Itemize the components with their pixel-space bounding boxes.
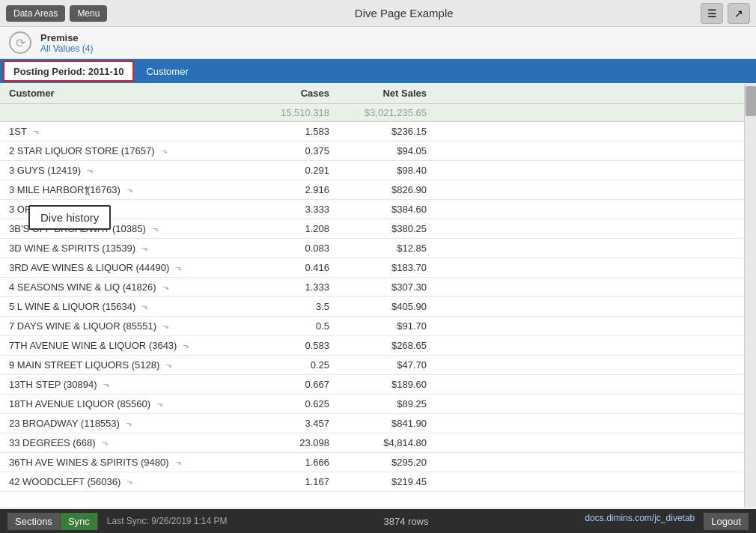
drill-icon: ⬎ <box>175 457 182 467</box>
table-row[interactable]: 33 DEGREES (668) ⬎ 23.098 $4,814.80 <box>0 433 756 453</box>
cell-netsales: $380.25 <box>344 223 442 234</box>
cell-cases: 23.098 <box>254 437 344 448</box>
cell-cases: 0.25 <box>254 359 344 371</box>
status-right: docs.dimins.com/jc_divetab Logout <box>585 513 749 530</box>
drill-icon: ⬎ <box>162 282 169 292</box>
cell-customer: 33 DEGREES (668) ⬎ <box>0 437 254 448</box>
drill-icon: ⬎ <box>126 418 132 428</box>
cell-customer: 3 MILE HARBOR (16763) ⬎ <box>0 184 254 195</box>
cell-netsales: $826.90 <box>344 184 442 195</box>
table-row[interactable]: 23 BROADWAY (118553) ⬎ 3.457 $841.90 <box>0 414 756 433</box>
cell-customer: 3 OF CUPS (4988) ⬎ <box>0 204 254 215</box>
cell-cases: 3.333 <box>254 204 344 215</box>
table-row[interactable]: 1ST ⬎ 1.583 $236.15 <box>0 122 756 141</box>
cell-customer: 4 SEASONS WINE & LIQ (41826) ⬎ <box>0 281 254 293</box>
table-row[interactable]: 3 OF CUPS (4988) ⬎ 3.333 $384.60 <box>0 200 756 219</box>
cell-netsales: $94.05 <box>344 145 442 156</box>
table-container: ↑ Dive history Customer Cases Net Sales … <box>0 83 756 507</box>
cell-cases: 3.457 <box>254 418 344 429</box>
cell-cases: 1.333 <box>254 281 344 293</box>
cell-cases: 1.167 <box>254 476 344 487</box>
drill-icon: ⬎ <box>33 127 40 136</box>
total-cases: 15,510.318 <box>254 107 344 118</box>
cell-customer: 23 BROADWAY (118553) ⬎ <box>0 418 254 429</box>
menu-button[interactable]: Menu <box>70 5 107 22</box>
cell-cases: 0.625 <box>254 398 344 409</box>
table-row[interactable]: 3B'S OFF BROADWAY (10385) ⬎ 1.208 $380.2… <box>0 219 756 239</box>
drill-icon: ⬎ <box>156 399 163 409</box>
table-row[interactable]: 3RD AVE WINES & LIQUOR (44490) ⬎ 0.416 $… <box>0 258 756 278</box>
cell-netsales: $183.70 <box>344 262 442 273</box>
totals-row: 15,510.318 $3,021,235.65 <box>0 104 756 122</box>
table-row[interactable]: 7 DAYS WINE & LIQUOR (85551) ⬎ 0.5 $91.7… <box>0 317 756 336</box>
drill-icon: ⬎ <box>162 321 169 331</box>
drill-icon: ⬎ <box>183 341 189 350</box>
cell-customer: 7TH AVENUE WINE & LIQUOR (3643) ⬎ <box>0 340 254 351</box>
cell-netsales: $4,814.80 <box>344 437 442 448</box>
premise-label: Premise <box>40 32 93 43</box>
table-row[interactable]: 4 SEASONS WINE & LIQ (41826) ⬎ 1.333 $30… <box>0 278 756 297</box>
top-right-buttons: ☰ ↗ <box>701 3 750 24</box>
cell-netsales: $841.90 <box>344 418 442 429</box>
drill-icon: ⬎ <box>175 263 182 272</box>
table-row[interactable]: 3 GUYS (12419) ⬎ 0.291 $98.40 <box>0 161 756 180</box>
cell-cases: 0.375 <box>254 145 344 156</box>
col-netsales-header: Net Sales <box>344 88 442 99</box>
table-row[interactable]: 2 STAR LIQUOR STORE (17657) ⬎ 0.375 $94.… <box>0 141 756 161</box>
top-bar: Data Areas Menu Dive Page Example ☰ ↗ <box>0 0 756 27</box>
sync-button[interactable]: Sync <box>61 513 98 530</box>
tab-posting-period[interactable]: Posting Period: 2011-10 <box>3 61 134 82</box>
logout-button[interactable]: Logout <box>704 513 749 530</box>
table-row[interactable]: 7TH AVENUE WINE & LIQUOR (3643) ⬎ 0.583 … <box>0 336 756 356</box>
table-row[interactable]: 3 MILE HARBOR (16763) ⬎ 2.916 $826.90 <box>0 180 756 200</box>
drill-icon: ⬎ <box>141 243 148 253</box>
cell-cases: 3.5 <box>254 301 344 312</box>
table-row[interactable]: 3D WINE & SPIRITS (13539) ⬎ 0.083 $12.85 <box>0 239 756 258</box>
cell-netsales: $189.60 <box>344 379 442 390</box>
cell-customer: 7 DAYS WINE & LIQUOR (85551) ⬎ <box>0 320 254 332</box>
data-areas-button[interactable]: Data Areas <box>6 5 65 22</box>
cell-customer: 3D WINE & SPIRITS (13539) ⬎ <box>0 243 254 254</box>
drill-icon: ⬎ <box>126 185 133 195</box>
cell-cases: 0.5 <box>254 320 344 332</box>
drill-icon: ⬎ <box>141 302 148 311</box>
app-title: Dive Page Example <box>107 7 701 19</box>
cell-customer: 13TH STEP (30894) ⬎ <box>0 379 254 390</box>
docs-link[interactable]: docs.dimins.com/jc_divetab <box>585 513 695 530</box>
drill-icon: ⬎ <box>152 224 159 234</box>
cell-customer: 42 WOODCLEFT (56036) ⬎ <box>0 476 254 487</box>
premise-icon: ⟳ <box>9 31 31 54</box>
cell-netsales: $219.45 <box>344 476 442 487</box>
tab-customer[interactable]: Customer <box>134 63 200 80</box>
cell-cases: 2.916 <box>254 184 344 195</box>
cell-netsales: $91.70 <box>344 320 442 332</box>
cell-cases: 0.416 <box>254 262 344 273</box>
cell-netsales: $236.15 <box>344 126 442 137</box>
cell-customer: 1ST ⬎ <box>0 126 254 137</box>
total-netsales: $3,021,235.65 <box>344 107 442 118</box>
menu-icon-button[interactable]: ☰ <box>701 3 723 24</box>
table-row[interactable]: 18TH AVENUE LIQUOR (85560) ⬎ 0.625 $89.2… <box>0 395 756 414</box>
drill-icon: ⬎ <box>103 380 110 389</box>
column-headers: Customer Cases Net Sales <box>0 83 756 104</box>
last-sync: Last Sync: 9/26/2019 1:14 PM <box>98 516 228 526</box>
tab-bar: Posting Period: 2011-10 Customer <box>0 59 756 83</box>
table-row[interactable]: 9 MAIN STREET LIQUORS (5128) ⬎ 0.25 $47.… <box>0 356 756 375</box>
col-customer-header: Customer <box>0 88 254 99</box>
premise-text: Premise All Values (4) <box>40 32 93 54</box>
cell-cases: 1.583 <box>254 126 344 137</box>
scrollbar[interactable] <box>744 83 756 507</box>
share-icon-button[interactable]: ↗ <box>728 3 750 24</box>
table-row[interactable]: 5 L WINE & LIQUOR (15634) ⬎ 3.5 $405.90 <box>0 297 756 317</box>
cell-cases: 1.666 <box>254 457 344 468</box>
cell-customer: 9 MAIN STREET LIQUORS (5128) ⬎ <box>0 359 254 371</box>
table-row[interactable]: 36TH AVE WINES & SPIRITS (9480) ⬎ 1.666 … <box>0 453 756 472</box>
cell-netsales: $307.30 <box>344 281 442 293</box>
table-row[interactable]: 42 WOODCLEFT (56036) ⬎ 1.167 $219.45 <box>0 472 756 492</box>
table-row[interactable]: 13TH STEP (30894) ⬎ 0.667 $189.60 <box>0 375 756 395</box>
premise-link[interactable]: All Values (4) <box>40 43 93 54</box>
cell-netsales: $384.60 <box>344 204 442 215</box>
cell-netsales: $47.70 <box>344 359 442 371</box>
rows-count: 3874 rows <box>228 516 585 527</box>
sections-button[interactable]: Sections <box>7 513 61 530</box>
